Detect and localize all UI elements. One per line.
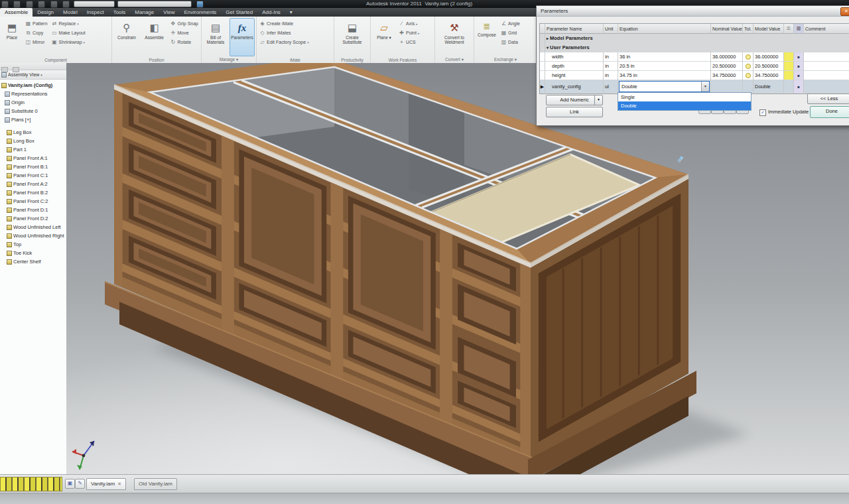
equation-cell[interactable]: 36 in xyxy=(618,52,711,62)
export-checkbox[interactable]: ■ xyxy=(794,52,804,62)
create-imate-button[interactable]: ◈Create iMate xyxy=(258,19,310,28)
tree-item[interactable]: Plans [+] xyxy=(0,115,66,124)
combo-dropdown-icon[interactable]: ▾ xyxy=(701,82,709,92)
tree-item[interactable]: Panel Front D:1 xyxy=(0,206,66,214)
group-row-model-parameters[interactable]: ▸Model Parameters xyxy=(540,34,849,43)
link-button[interactable]: Link xyxy=(546,107,603,117)
parameter-row-height[interactable]: height in 34.75 in 34.750000 34.750000 ■ xyxy=(540,71,849,80)
redo-icon[interactable] xyxy=(62,1,70,8)
browser-options-icon[interactable] xyxy=(13,67,19,72)
tree-item[interactable]: Panel Front B:2 xyxy=(0,188,66,197)
tab-inspect[interactable]: Inspect xyxy=(82,8,109,17)
panel-label-component[interactable]: Component xyxy=(0,58,111,62)
update-icon[interactable] xyxy=(196,1,204,8)
equation-value-combo[interactable]: Double ▾ xyxy=(619,81,710,92)
plane-button[interactable]: ▱Plane ▾ xyxy=(372,18,396,56)
less-button[interactable]: << Less xyxy=(807,94,849,104)
edit-factory-scope-button[interactable]: ▱Edit Factory Scope▾ xyxy=(258,38,310,46)
col-equation[interactable]: Equation xyxy=(618,24,711,34)
inventor-logo-icon[interactable] xyxy=(1,1,9,8)
col-unit[interactable]: Unit xyxy=(604,24,618,34)
col-nominal-value[interactable]: Nominal Value xyxy=(711,24,743,34)
tab-manage[interactable]: Manage xyxy=(130,8,159,17)
col-export-icon[interactable]: ▥ xyxy=(794,24,804,34)
tree-item[interactable]: Center Shelf xyxy=(0,257,66,266)
return-icon[interactable]: ▣ xyxy=(65,479,75,489)
dropdown-option-double[interactable]: Double xyxy=(618,101,751,110)
col-key-icon[interactable]: ⚿ xyxy=(784,24,794,34)
axis-button[interactable]: ∕Axis▸ xyxy=(397,19,421,28)
export-checkbox[interactable]: ■ xyxy=(794,71,804,80)
tree-item[interactable]: Panel Front A:1 xyxy=(0,154,66,162)
export-checkbox[interactable]: ■ xyxy=(794,80,804,94)
equation-cell[interactable]: 20.5 in xyxy=(618,62,711,71)
pattern-button[interactable]: ▦Pattern xyxy=(24,19,49,28)
constrain-button[interactable]: ⚲Constrain xyxy=(113,18,140,56)
tree-item[interactable]: Top xyxy=(0,240,66,249)
add-numeric-button[interactable]: Add Numeric▾ xyxy=(546,95,603,105)
tree-item[interactable]: Wood Unfinished Right xyxy=(0,231,66,240)
tab-design[interactable]: Design xyxy=(33,8,58,17)
infer-imates-button[interactable]: ◇Infer iMates xyxy=(258,29,310,37)
key-cell[interactable] xyxy=(784,71,794,80)
tree-item[interactable]: Long Box xyxy=(0,137,66,145)
key-cell[interactable] xyxy=(784,80,794,94)
ucs-button[interactable]: ⌖UCS xyxy=(397,38,421,46)
panel-label-convert[interactable]: Convert ▾ xyxy=(435,57,474,62)
ribbon-options-arrow-icon[interactable]: ▾ xyxy=(285,8,297,17)
col-comment[interactable]: Comment xyxy=(804,24,849,34)
tab-view[interactable]: View xyxy=(159,8,179,17)
compose-button[interactable]: ≣Compose xyxy=(476,18,498,52)
place-button[interactable]: ⬒Place xyxy=(1,18,23,56)
tree-item[interactable]: Panel Front A:2 xyxy=(0,180,66,188)
col-tolerance[interactable]: Tol. xyxy=(743,24,753,34)
tree-item[interactable]: Substitute 0 xyxy=(0,107,66,115)
panel-label-productivity[interactable]: Productivity xyxy=(334,58,370,62)
equation-cell[interactable]: 34.75 in xyxy=(618,71,711,80)
tab-close-icon[interactable]: ✕ xyxy=(117,481,121,486)
tab-add-ins[interactable]: Add-Ins xyxy=(257,8,285,17)
save-icon[interactable] xyxy=(38,1,45,8)
assemble-button[interactable]: ◧Assemble xyxy=(141,18,168,56)
panel-label-imate[interactable]: iMate xyxy=(257,58,334,62)
bill-of-materials-button[interactable]: ▤Bill of Materials xyxy=(203,18,228,56)
add-numeric-dropdown-icon[interactable]: ▾ xyxy=(594,95,602,105)
tree-item[interactable]: Wood Unfinished Left xyxy=(0,223,66,231)
tree-item[interactable]: Part 1 xyxy=(0,145,66,154)
parameters-dialog-titlebar[interactable]: Parameters xyxy=(537,6,849,17)
copy-button[interactable]: ⧉Copy xyxy=(24,29,49,37)
export-checkbox[interactable]: ■ xyxy=(794,62,804,71)
panel-label-manage[interactable]: Manage ▾ xyxy=(202,57,256,62)
panel-label-exchange[interactable]: Exchange ▾ xyxy=(474,57,537,62)
move-button[interactable]: ✛Move xyxy=(168,29,200,37)
tree-item[interactable]: Origin xyxy=(0,98,66,107)
convert-to-weldment-button[interactable]: ⚒Convert to Weldment xyxy=(436,18,472,56)
tab-environments[interactable]: Environments xyxy=(179,8,221,17)
tree-item[interactable]: Leg Box xyxy=(0,128,66,137)
tolerance-icon[interactable] xyxy=(743,52,753,62)
assembly-view-selector[interactable]: Assembly View▾ xyxy=(0,70,66,80)
tolerance-icon[interactable] xyxy=(743,71,753,80)
make-layout-button[interactable]: ▭Make Layout xyxy=(50,29,87,37)
doc-tab-vanity[interactable]: Vanity.iam✕ xyxy=(86,478,126,490)
parameter-row-vanity-config[interactable]: ▶ vanity_config ul Double ▾ Double ■ xyxy=(540,80,849,94)
tree-item[interactable]: Representations xyxy=(0,90,66,98)
dropdown-option-single[interactable]: Single xyxy=(618,93,751,101)
replace-button[interactable]: ⇄Replace▾ xyxy=(50,19,87,28)
tree-item[interactable]: Panel Front D:2 xyxy=(0,214,66,223)
tab-assemble[interactable]: Assemble xyxy=(0,8,33,17)
angle-button[interactable]: ∠Angle xyxy=(499,19,521,28)
key-cell[interactable] xyxy=(784,62,794,71)
open-file-icon[interactable] xyxy=(26,1,33,8)
qat-select-dropdown[interactable] xyxy=(74,1,115,7)
key-cell[interactable] xyxy=(784,52,794,62)
done-button[interactable]: Done xyxy=(810,106,849,118)
mirror-button[interactable]: ◫Mirror xyxy=(24,38,49,46)
col-parameter-name[interactable]: Parameter Name xyxy=(545,24,604,34)
new-file-icon[interactable] xyxy=(13,1,21,8)
panel-label-position[interactable]: Position xyxy=(112,58,201,62)
col-model-value[interactable]: Model Value xyxy=(753,24,784,34)
doc-tab-old-vanity[interactable]: Old Vanity.iam xyxy=(134,478,177,490)
dialog-close-button[interactable]: ✕ xyxy=(840,7,849,16)
panel-label-work-features[interactable]: Work Features xyxy=(371,58,434,62)
